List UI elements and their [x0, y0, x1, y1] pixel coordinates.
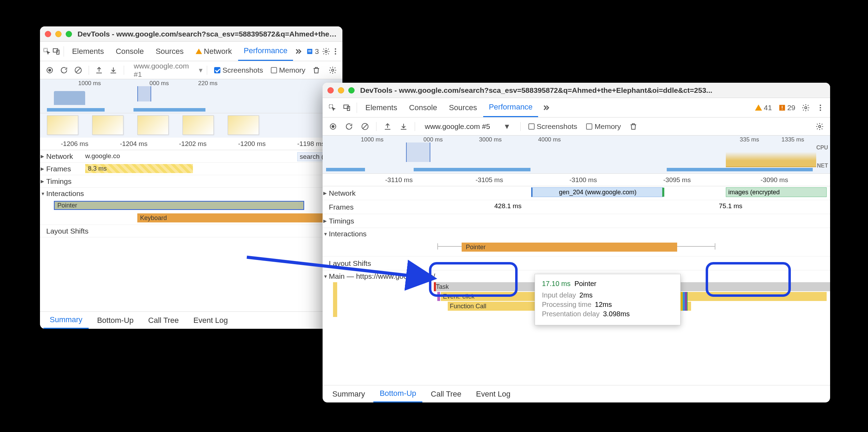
chevron-down-icon[interactable]: ▾	[199, 66, 203, 74]
track-layout-shifts[interactable]: Layout Shifts	[40, 225, 103, 237]
timeline-ruler[interactable]: -1206 ms -1204 ms -1202 ms -1200 ms -119…	[40, 138, 342, 150]
track-interactions[interactable]: ▼Interactions	[40, 188, 103, 199]
track-network[interactable]: ▶Network	[40, 150, 85, 162]
overview-minimap[interactable]: 1000 ms 000 ms 220 ms	[40, 79, 342, 113]
close-window-button[interactable]	[327, 87, 334, 93]
network-request-bar[interactable]: images (encrypted	[726, 187, 827, 197]
track-frames[interactable]: ▶Frames	[40, 163, 85, 175]
screenshots-checkbox[interactable]: Screenshots	[214, 66, 263, 74]
screenshot-thumb[interactable]	[228, 115, 259, 135]
svg-point-21	[820, 105, 821, 106]
overview-time-mark: 3000 ms	[479, 136, 502, 143]
zoom-window-button[interactable]	[66, 31, 72, 37]
device-toolbar-icon[interactable]	[340, 101, 354, 115]
ruler-mark: -3090 ms	[761, 176, 788, 184]
more-tabs-icon[interactable]	[294, 44, 302, 58]
tab-call-tree[interactable]: Call Tree	[142, 312, 185, 329]
tab-console[interactable]: Console	[404, 98, 443, 117]
tab-console[interactable]: Console	[110, 42, 149, 61]
screenshot-thumb[interactable]	[92, 115, 123, 135]
tab-event-log[interactable]: Event Log	[187, 312, 234, 329]
close-window-button[interactable]	[45, 31, 51, 37]
svg-point-11	[48, 69, 51, 72]
screenshot-thumb[interactable]	[137, 115, 169, 135]
tab-bottom-up[interactable]: Bottom-Up	[91, 312, 140, 329]
download-icon[interactable]	[397, 120, 411, 133]
device-toolbar-icon[interactable]	[52, 44, 61, 58]
zoom-window-button[interactable]	[348, 87, 355, 93]
overview-minimap[interactable]: 1000 ms 000 ms 3000 ms 4000 ms 335 ms 13…	[323, 136, 830, 174]
tab-sources[interactable]: Sources	[150, 42, 189, 61]
clear-icon[interactable]	[72, 63, 84, 77]
minimize-window-button[interactable]	[55, 31, 62, 37]
devtools-tabbar: Elements Console Sources Network Perform…	[40, 42, 342, 61]
overview-time-mark: 220 ms	[198, 80, 218, 87]
recording-name[interactable]: www.google.com #1	[128, 62, 197, 79]
tab-elements[interactable]: Elements	[360, 98, 403, 117]
minimize-window-button[interactable]	[338, 87, 344, 93]
tooltip-duration: 17.10 ms	[542, 280, 570, 287]
panel-settings-icon[interactable]	[813, 120, 827, 133]
tab-summary[interactable]: Summary	[326, 385, 371, 402]
clear-icon[interactable]	[358, 120, 372, 133]
inspect-element-icon[interactable]	[43, 44, 51, 58]
kebab-menu-icon[interactable]	[331, 44, 340, 58]
memory-checkbox[interactable]: Memory	[271, 66, 306, 74]
warnings-badge[interactable]: 41	[752, 101, 774, 115]
tooltip-value: 12ms	[595, 301, 612, 309]
errors-badge[interactable]: 29	[776, 101, 798, 115]
chevron-down-icon[interactable]: ▼	[503, 122, 511, 131]
ruler-mark: -1198 ms	[297, 140, 325, 148]
tab-performance[interactable]: Performance	[238, 42, 293, 61]
record-icon[interactable]	[43, 63, 56, 77]
record-icon[interactable]	[326, 120, 340, 133]
kebab-menu-icon[interactable]	[813, 101, 827, 115]
interaction-pointer-bar[interactable]: Pointer	[462, 243, 677, 252]
delete-icon[interactable]	[310, 63, 323, 77]
more-tabs-icon[interactable]	[539, 101, 553, 115]
track-timings[interactable]: ▶Timings	[323, 214, 375, 228]
overview-cpu-label: CPU	[816, 145, 828, 151]
recording-name[interactable]: www.google.com #5	[419, 122, 496, 131]
track-interactions[interactable]: ▼Interactions	[323, 228, 385, 240]
screenshot-thumb[interactable]	[182, 115, 214, 135]
tab-call-tree[interactable]: Call Tree	[424, 385, 468, 402]
overview-time-mark: 335 ms	[740, 136, 759, 143]
download-icon[interactable]	[107, 63, 120, 77]
interaction-pointer-bar[interactable]: Pointer	[54, 201, 304, 210]
settings-icon[interactable]	[799, 101, 813, 115]
memory-checkbox[interactable]: Memory	[586, 122, 621, 131]
svg-point-6	[325, 50, 327, 52]
panel-settings-icon[interactable]	[327, 63, 339, 77]
frame-bar[interactable]: 8.3 ms	[85, 164, 193, 173]
tab-elements[interactable]: Elements	[66, 42, 109, 61]
upload-icon[interactable]	[93, 63, 105, 77]
track-timings[interactable]: ▶Timings	[40, 175, 85, 187]
issues-icon[interactable]: 3	[304, 44, 321, 58]
tab-summary[interactable]: Summary	[43, 312, 89, 329]
tab-bottom-up[interactable]: Bottom-Up	[373, 385, 422, 402]
tracks-panel: ▶Network w.google.co search (www ▶Frames…	[40, 150, 342, 237]
upload-icon[interactable]	[381, 120, 395, 133]
timeline-ruler[interactable]: -3110 ms -3105 ms -3100 ms -3095 ms -309…	[323, 174, 830, 186]
interaction-keyboard-bar[interactable]: Keyboard	[137, 213, 332, 222]
settings-icon[interactable]	[322, 44, 330, 58]
tab-network[interactable]: Network	[190, 42, 237, 61]
track-frames[interactable]: Frames	[323, 200, 375, 214]
track-layout-shifts[interactable]: Layout Shifts	[323, 256, 392, 270]
reload-icon[interactable]	[58, 63, 70, 77]
network-entry[interactable]: w.google.co	[85, 152, 120, 160]
tab-sources[interactable]: Sources	[443, 98, 482, 117]
screenshots-checkbox[interactable]: Screenshots	[528, 122, 577, 131]
inspect-element-icon[interactable]	[325, 101, 339, 115]
delete-icon[interactable]	[626, 120, 640, 133]
tab-event-log[interactable]: Event Log	[470, 385, 517, 402]
track-main[interactable]: ▼Main — https://www.google.com/	[323, 270, 503, 282]
reload-icon[interactable]	[342, 120, 356, 133]
tab-performance[interactable]: Performance	[483, 98, 538, 117]
screenshot-strip[interactable]	[40, 113, 342, 138]
errors-count: 29	[787, 104, 795, 112]
screenshot-thumb[interactable]	[47, 115, 78, 135]
track-network[interactable]: ▶Network	[323, 186, 375, 200]
network-request-bar[interactable]: gen_204 (www.google.com)	[531, 187, 663, 197]
